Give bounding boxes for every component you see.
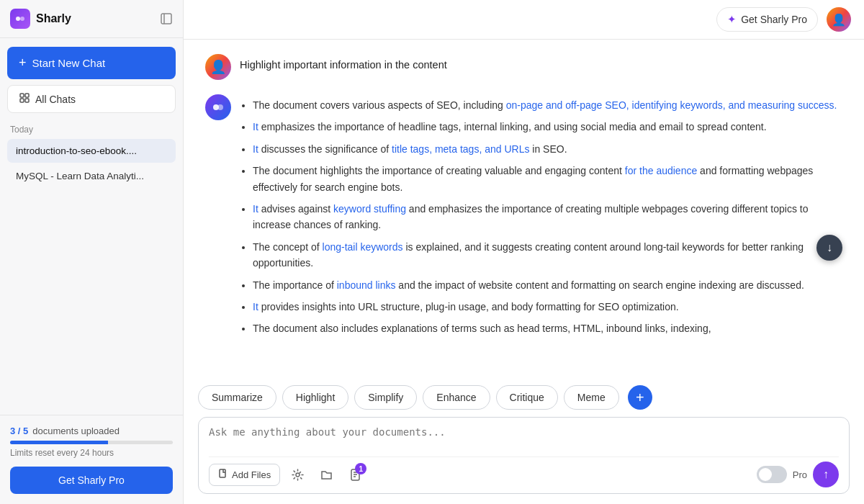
svg-rect-2 (161, 14, 171, 24)
pro-toggle-switch[interactable] (757, 466, 787, 483)
user-message-text: Highlight important information in the c… (240, 57, 842, 73)
svg-rect-4 (20, 94, 24, 97)
input-box: Add Files (198, 417, 850, 494)
input-toolbar: Add Files (209, 456, 839, 487)
user-message-content: Highlight important information in the c… (240, 54, 842, 73)
user-avatar-chat: 👤 (205, 54, 231, 80)
sidebar-header: Sharly (0, 0, 183, 38)
grid-icon (19, 93, 30, 105)
sidebar-content: + Start New Chat All Chats Today introdu… (0, 38, 183, 415)
svg-rect-5 (25, 94, 29, 97)
docs-uploaded: 3 / 5 documents uploaded (10, 426, 173, 436)
file-icon (218, 469, 228, 481)
chevron-down-icon: ↓ (827, 241, 832, 254)
ai-avatar-chat (205, 94, 231, 120)
send-button[interactable]: ↑ (813, 462, 839, 487)
scroll-down-button[interactable]: ↓ (816, 235, 842, 261)
chat-input[interactable] (209, 426, 839, 449)
svg-point-1 (20, 17, 24, 21)
meme-button[interactable]: Meme (564, 385, 619, 410)
list-item: The document covers various aspects of S… (253, 97, 842, 113)
chat-item[interactable]: introduction-to-seo-ebook.... (7, 139, 176, 163)
svg-point-11 (296, 473, 300, 477)
settings-button[interactable] (286, 463, 309, 486)
app-logo (10, 9, 30, 29)
plus-icon: + (19, 55, 27, 71)
list-item: The document also includes explanations … (253, 320, 842, 336)
simplify-button[interactable]: Simplify (354, 385, 417, 410)
list-item: It advises against keyword stuffing and … (253, 201, 842, 233)
folder-button[interactable] (315, 463, 338, 486)
enhance-button[interactable]: Enhance (423, 385, 490, 410)
list-item: It discusses the significance of title t… (253, 141, 842, 157)
sidebar-footer: 3 / 5 documents uploaded Limits reset ev… (0, 415, 183, 504)
user-avatar[interactable]: 👤 (827, 7, 851, 32)
progress-bar (10, 441, 173, 444)
action-buttons-row: Summarize Highlight Simplify Enhance Cri… (184, 378, 864, 410)
list-item: It provides insights into URL structure,… (253, 299, 842, 315)
pro-toggle-area: Pro ↑ (757, 462, 839, 487)
get-sharly-pro-button[interactable]: ✦ Get Sharly Pro (716, 7, 818, 32)
attachment-badge: 1 (355, 463, 366, 474)
list-item: It emphasizes the importance of headline… (253, 119, 842, 135)
main-panel: ✦ Get Sharly Pro 👤 👤 Highlight important… (184, 0, 864, 504)
attachment-button[interactable]: 1 (343, 463, 366, 486)
input-area: Add Files (184, 410, 864, 504)
add-files-button[interactable]: Add Files (209, 464, 280, 486)
send-icon: ↑ (823, 468, 829, 481)
svg-rect-6 (20, 99, 24, 102)
start-new-chat-button[interactable]: + Start New Chat (7, 47, 176, 79)
list-item: The document highlights the importance o… (253, 163, 842, 195)
ai-message-content: The document covers various aspects of S… (240, 94, 842, 343)
svg-point-9 (217, 104, 223, 110)
sidebar-toggle-button[interactable] (160, 12, 173, 25)
user-message-row: 👤 Highlight important information in the… (205, 54, 842, 80)
all-chats-button[interactable]: All Chats (7, 85, 176, 113)
svg-point-0 (16, 17, 20, 21)
sidebar: Sharly + Start New Chat All Chats (0, 0, 184, 504)
today-label: Today (7, 125, 176, 135)
highlight-button[interactable]: Highlight (282, 385, 348, 410)
limits-reset-text: Limits reset every 24 hours (10, 448, 173, 458)
pro-label: Pro (793, 469, 807, 480)
app-title: Sharly (36, 12, 71, 25)
svg-rect-10 (220, 469, 225, 477)
chat-area: 👤 Highlight important information in the… (184, 40, 864, 378)
chat-item[interactable]: MySQL - Learn Data Analyti... (7, 164, 176, 188)
ai-message-row: The document covers various aspects of S… (205, 94, 842, 343)
summarize-button[interactable]: Summarize (198, 385, 276, 410)
critique-button[interactable]: Critique (496, 385, 558, 410)
list-item: The importance of inbound links and the … (253, 277, 842, 293)
top-bar: ✦ Get Sharly Pro 👤 (184, 0, 864, 40)
progress-bar-fill (10, 441, 108, 444)
list-item: The concept of long-tail keywords is exp… (253, 239, 842, 271)
sidebar-get-pro-button[interactable]: Get Sharly Pro (10, 467, 173, 494)
sparkle-icon: ✦ (727, 13, 737, 26)
ai-bullet-list: The document covers various aspects of S… (240, 97, 842, 337)
more-actions-button[interactable]: + (628, 385, 652, 410)
svg-rect-7 (25, 99, 29, 102)
